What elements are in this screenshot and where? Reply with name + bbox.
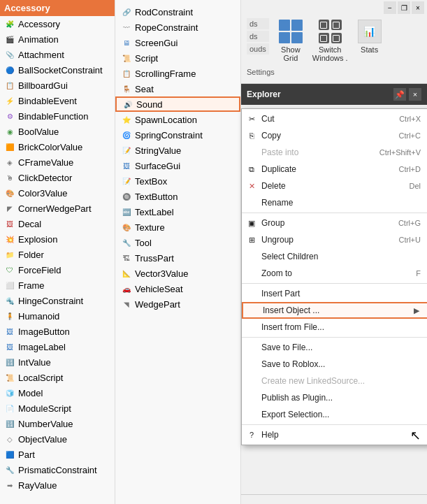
left-list-item[interactable]: 📋BillboardGui	[0, 78, 115, 93]
left-list-item[interactable]: 🖱ClickDetector	[0, 170, 115, 185]
switch-windows-button[interactable]: SwitchWindows .	[310, 18, 351, 64]
ctx-rename[interactable]: Rename	[242, 194, 427, 211]
left-list-item[interactable]: 🛡ForceField	[0, 262, 115, 278]
ctx-save-roblox[interactable]: Save to Roblox...	[242, 356, 427, 373]
mid-list-item[interactable]: 📜Script	[115, 50, 240, 66]
mid-list-item[interactable]: 📋ScrollingFrame	[115, 66, 240, 81]
left-list-item[interactable]: 🎬Animation	[0, 31, 115, 47]
left-list-item[interactable]: 🎨Color3Value	[0, 185, 115, 201]
left-list-item[interactable]: ⚡BindableEvent	[0, 93, 115, 108]
ctx-insert-part[interactable]: Insert Part	[242, 285, 427, 302]
left-list-item[interactable]: ◇ObjectValue	[0, 431, 115, 447]
ctx-help[interactable]: ? Help	[242, 426, 427, 443]
left-list-item[interactable]: 📄ModuleScript	[0, 401, 115, 416]
left-list-item[interactable]: ⬜Frame	[0, 278, 115, 293]
mid-list-item[interactable]: 🔗RodConstraint	[115, 4, 240, 20]
ctx-export[interactable]: Export Selection...	[242, 406, 427, 423]
mid-list-item[interactable]: ◥WedgePart	[115, 296, 240, 312]
mid-list-item[interactable]: 🏗TrussPart	[115, 250, 240, 266]
mid-list-item[interactable]: 🌀SpringConstraint	[115, 127, 240, 143]
left-list-item[interactable]: 🧩Accessory	[0, 16, 115, 31]
list-item-label: PrismaticConstraint	[18, 465, 97, 475]
left-list-item[interactable]: 📎Attachment	[0, 47, 115, 62]
left-list-item[interactable]: 🔢IntValue	[0, 354, 115, 370]
insert-part-icon	[246, 288, 257, 299]
mid-list-item[interactable]: 🪑Seat	[115, 81, 240, 96]
left-list-item[interactable]: 🧍Humanoid	[0, 308, 115, 324]
mid-item-icon: 📐	[121, 268, 132, 279]
left-list-item[interactable]: 🔢NumberValue	[0, 416, 115, 431]
left-list-item[interactable]: 🖼Decal	[0, 216, 115, 231]
left-list-item[interactable]: 🟧BrickColorValue	[0, 139, 115, 154]
show-grid-button[interactable]: Show Grid	[276, 18, 305, 64]
ctx-group[interactable]: ▣ Group Ctrl+G	[242, 215, 427, 231]
left-list-item[interactable]: 🖼ImageButton	[0, 324, 115, 339]
explorer-close-button[interactable]: ×	[409, 88, 421, 101]
left-list-item[interactable]: 📁Folder	[0, 247, 115, 262]
mid-item-label: RodConstraint	[135, 7, 193, 17]
mid-item-label: Tool	[135, 238, 152, 248]
left-list-item[interactable]: ◤CornerWedgePart	[0, 201, 115, 216]
left-list-item[interactable]: 🧊Model	[0, 385, 115, 401]
studio-toolbar-row: ds ds ouds Show Grid	[241, 15, 427, 66]
restore-button[interactable]: ❐	[398, 1, 410, 14]
left-list-item[interactable]: 🟦Part	[0, 447, 115, 462]
mid-item-icon: 🔧	[121, 237, 132, 248]
mid-list-item[interactable]: 🔤TextLabel	[115, 204, 240, 219]
left-list-item[interactable]: 🔵BallSocketConstraint	[0, 62, 115, 78]
ctx-paste-into: Paste into Ctrl+Shift+V	[242, 144, 427, 161]
left-list-item[interactable]: 🔧PrismaticConstraint	[0, 462, 115, 477]
ctx-insert-file[interactable]: Insert from File...	[242, 319, 427, 336]
list-item-label: Animation	[18, 34, 59, 45]
mid-item-icon: 🌀	[121, 129, 132, 141]
mid-list-item[interactable]: ⭐SpawnLocation	[115, 112, 240, 127]
list-item-label: Model	[18, 388, 43, 398]
mid-item-label: SpringConstraint	[135, 130, 203, 141]
stats-button[interactable]: 📊 Stats	[355, 18, 384, 55]
ctx-duplicate[interactable]: ⧉ Duplicate Ctrl+D	[242, 161, 427, 178]
left-list-item[interactable]: ◉BoolValue	[0, 124, 115, 139]
close-button[interactable]: ×	[412, 1, 424, 14]
explorer-pin-button[interactable]: 📌	[393, 88, 406, 101]
ctx-insert-object[interactable]: Insert Object ... ▶	[242, 302, 427, 319]
left-list-item[interactable]: ⚙BindableFunction	[0, 108, 115, 124]
ds-label-2: ds	[247, 31, 269, 42]
mid-list-item[interactable]: 🖥ScreenGui	[115, 35, 240, 50]
mid-list-item[interactable]: 📝TextBox	[115, 173, 240, 189]
left-list-item[interactable]: ◈CFrameValue	[0, 154, 115, 170]
ctx-select-children[interactable]: Select Children	[242, 248, 427, 265]
mid-item-label: Seat	[135, 84, 154, 94]
mid-list-item[interactable]: 🔧Tool	[115, 235, 240, 250]
ctx-zoom-to[interactable]: Zoom to F	[242, 265, 427, 282]
ds-label-1: ds	[247, 18, 269, 29]
left-list-item[interactable]: 🖼ImageLabel	[0, 339, 115, 354]
explorer-scrollbar[interactable]	[241, 494, 427, 504]
mid-item-icon: 〰	[121, 22, 132, 33]
ctx-ungroup[interactable]: ⊞ Ungroup Ctrl+U	[242, 231, 427, 248]
minimize-button[interactable]: −	[384, 1, 396, 14]
ctx-delete[interactable]: ✕ Delete Del	[242, 178, 427, 194]
mid-list-item[interactable]: 🔊Sound	[115, 96, 240, 112]
mid-list-item[interactable]: 📐Vector3Value	[115, 266, 240, 281]
list-item-icon: ◉	[4, 126, 15, 137]
ctx-zoom-to-label: Zoom to	[261, 268, 292, 278]
mid-list-item[interactable]: 〰RopeConstraint	[115, 20, 240, 35]
ctx-save-file[interactable]: Save to File...	[242, 339, 427, 356]
mid-list-item[interactable]: 🎨Texture	[115, 219, 240, 235]
mid-list-item[interactable]: 🖼SurfaceGui	[115, 158, 240, 173]
left-list-item[interactable]: 📜LocalScript	[0, 370, 115, 385]
ctx-publish-plugin-label: Publish as Plugin...	[261, 393, 333, 403]
mid-list-item[interactable]: 🚗VehicleSeat	[115, 281, 240, 296]
left-list-item[interactable]: 💥Explosion	[0, 231, 115, 247]
ctx-cut[interactable]: ✂ Cut Ctrl+X	[242, 110, 427, 127]
ds-labels: ds ds ouds	[247, 18, 269, 55]
list-item-label: HingeConstraint	[18, 296, 83, 306]
left-list-item[interactable]: 🔩HingeConstraint	[0, 293, 115, 308]
left-list-item[interactable]: ➡RayValue	[0, 477, 115, 493]
ctx-publish-plugin[interactable]: Publish as Plugin...	[242, 389, 427, 406]
list-item-icon: 🖼	[4, 326, 15, 337]
mid-list-item[interactable]: 📝StringValue	[115, 143, 240, 158]
mid-list-item[interactable]: 🔘TextButton	[115, 189, 240, 204]
ctx-copy[interactable]: ⎘ Copy Ctrl+C	[242, 127, 427, 144]
ctx-paste-shortcut: Ctrl+Shift+V	[379, 148, 421, 157]
